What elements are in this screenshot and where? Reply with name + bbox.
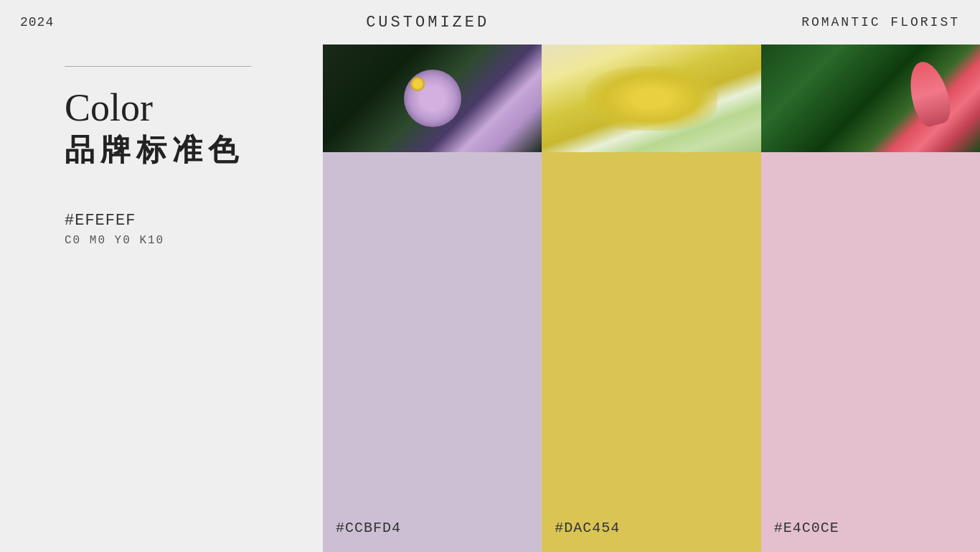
swatches-area: #CCBFD4 #DAC454 #E4C0CE <box>323 45 980 552</box>
swatch-color-purple: #CCBFD4 <box>323 152 542 552</box>
swatch-col-1: #CCBFD4 <box>323 45 542 552</box>
left-panel: Color 品牌标准色 #EFEFEF C0 M0 Y0 K10 <box>0 45 323 552</box>
header-year: 2024 <box>20 15 54 29</box>
swatch-col-2: #DAC454 <box>542 45 760 552</box>
header-title: CUSTOMIZED <box>366 14 489 32</box>
header: 2024 CUSTOMIZED ROMANTIC FLORIST <box>0 0 980 45</box>
swatch-color-pink: #E4C0CE <box>761 152 980 552</box>
swatch-hex-1: #CCBFD4 <box>336 520 401 536</box>
divider-line <box>65 66 251 67</box>
color-label-zh: 品牌标准色 <box>65 132 303 168</box>
swatch-hex-3: #E4C0CE <box>774 520 839 536</box>
purple-flower-photo <box>323 45 542 152</box>
swatch-hex-2: #DAC454 <box>555 520 620 536</box>
bg-color-cmyk: C0 M0 Y0 K10 <box>65 234 303 247</box>
yellow-mimosa-photo <box>542 45 760 152</box>
bg-color-hex: #EFEFEF <box>65 212 303 230</box>
color-label-en: Color <box>65 87 303 129</box>
swatch-color-yellow: #DAC454 <box>542 152 760 552</box>
header-brand: ROMANTIC FLORIST <box>801 15 960 29</box>
swatch-col-3: #E4C0CE <box>761 45 980 552</box>
pink-flower-photo <box>761 45 980 152</box>
